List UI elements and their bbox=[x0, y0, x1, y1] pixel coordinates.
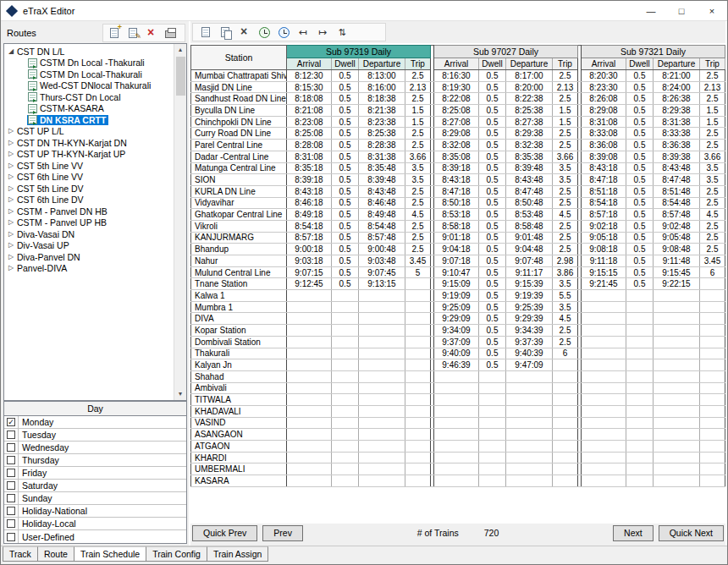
time-cell[interactable] bbox=[700, 325, 725, 337]
time-cell[interactable]: 8:15:30 bbox=[287, 81, 332, 93]
time-cell[interactable] bbox=[287, 348, 332, 359]
time-cell[interactable]: 8:29:08 bbox=[582, 105, 626, 117]
time-cell[interactable]: 8:22:38 bbox=[506, 93, 553, 105]
time-cell[interactable]: 0.5 bbox=[332, 81, 359, 93]
time-cell[interactable] bbox=[626, 336, 654, 348]
time-cell[interactable] bbox=[332, 301, 359, 313]
time-cell[interactable]: 2.5 bbox=[405, 93, 431, 105]
time-cell[interactable]: 3.66 bbox=[405, 151, 431, 162]
time-cell[interactable]: 6 bbox=[553, 348, 578, 359]
checkbox[interactable] bbox=[7, 533, 15, 541]
time-cell[interactable] bbox=[359, 370, 405, 382]
time-cell[interactable]: 9:25:39 bbox=[506, 301, 553, 313]
time-cell[interactable]: 9:37:39 bbox=[506, 336, 553, 348]
tree-item[interactable]: ▷Div-Vasai UP bbox=[4, 240, 174, 252]
time-cell[interactable]: 2.5 bbox=[405, 232, 431, 244]
expand-icon[interactable]: ▷ bbox=[6, 184, 16, 194]
time-cell[interactable] bbox=[582, 464, 626, 475]
expand-icon[interactable]: ▷ bbox=[6, 195, 16, 205]
time-cell[interactable] bbox=[700, 429, 725, 441]
time-cell[interactable] bbox=[582, 348, 626, 359]
time-cell[interactable]: 2.98 bbox=[553, 255, 578, 267]
time-cell[interactable]: 0.5 bbox=[479, 278, 506, 290]
time-cell[interactable]: 9:07:48 bbox=[506, 255, 553, 267]
time-cell[interactable]: 8:43:18 bbox=[582, 162, 626, 174]
time-cell[interactable] bbox=[405, 382, 431, 394]
time-cell[interactable]: 3.5 bbox=[553, 162, 578, 174]
tree-item[interactable]: CSTM-KASARA bbox=[4, 103, 174, 115]
scroll-up-icon[interactable]: ▴ bbox=[179, 44, 182, 56]
time-cell[interactable] bbox=[654, 441, 700, 453]
time-cell[interactable] bbox=[332, 429, 359, 441]
time-cell[interactable]: 8:32:38 bbox=[506, 140, 553, 151]
time-cell[interactable]: 0.5 bbox=[626, 93, 654, 105]
tree-item[interactable]: ▷CST DN TH-KYN-Karjat DN bbox=[4, 137, 174, 149]
time-cell[interactable]: 8:31:38 bbox=[654, 116, 700, 128]
time-cell[interactable]: 3.66 bbox=[700, 151, 725, 162]
time-cell[interactable]: 0.5 bbox=[626, 278, 654, 290]
time-cell[interactable]: 9:29:09 bbox=[434, 313, 479, 325]
time-cell[interactable] bbox=[626, 417, 654, 429]
time-cell[interactable] bbox=[700, 405, 725, 417]
time-cell[interactable]: 8:50:18 bbox=[434, 197, 479, 209]
time-cell[interactable] bbox=[405, 370, 431, 382]
time-cell[interactable]: 1.5 bbox=[405, 105, 431, 117]
time-cell[interactable]: 2.5 bbox=[700, 93, 725, 105]
time-cell[interactable]: 1.5 bbox=[700, 105, 725, 117]
time-cell[interactable] bbox=[434, 429, 479, 441]
time-cell[interactable] bbox=[405, 278, 431, 290]
time-cell[interactable] bbox=[654, 370, 700, 382]
time-cell[interactable]: 8:24:00 bbox=[654, 81, 700, 93]
time-cell[interactable] bbox=[654, 417, 700, 429]
time-cell[interactable]: 0.5 bbox=[332, 255, 359, 267]
time-cell[interactable] bbox=[434, 370, 479, 382]
time-cell[interactable]: 0.5 bbox=[332, 162, 359, 174]
time-cell[interactable]: 9:12:45 bbox=[287, 278, 332, 290]
time-cell[interactable] bbox=[405, 301, 431, 313]
time-cell[interactable] bbox=[332, 405, 359, 417]
minimize-button[interactable]: — bbox=[636, 1, 666, 20]
delete-route-button[interactable] bbox=[142, 25, 161, 41]
time-cell[interactable] bbox=[359, 348, 405, 359]
time-cell[interactable] bbox=[287, 290, 332, 302]
time-cell[interactable]: 8:47:18 bbox=[582, 174, 626, 186]
time-cell[interactable]: 8:18:38 bbox=[359, 93, 405, 105]
time-cell[interactable]: 0.5 bbox=[626, 185, 654, 197]
time-cell[interactable] bbox=[332, 464, 359, 475]
time-cell[interactable] bbox=[479, 405, 506, 417]
time-cell[interactable]: 3.86 bbox=[553, 266, 578, 278]
time-cell[interactable] bbox=[654, 325, 700, 337]
time-cell[interactable] bbox=[359, 429, 405, 441]
time-cell[interactable]: 0.5 bbox=[479, 359, 506, 371]
time-cell[interactable]: 3.5 bbox=[700, 174, 725, 186]
time-cell[interactable] bbox=[332, 370, 359, 382]
time-cell[interactable] bbox=[359, 290, 405, 302]
time-cell[interactable] bbox=[332, 394, 359, 406]
time-cell[interactable] bbox=[654, 405, 700, 417]
time-cell[interactable]: 8:29:38 bbox=[654, 105, 700, 117]
time-cell[interactable]: 8:54:48 bbox=[359, 220, 405, 232]
time-cell[interactable] bbox=[332, 441, 359, 453]
time-cell[interactable] bbox=[654, 359, 700, 371]
time-cell[interactable]: 8:36:38 bbox=[654, 140, 700, 151]
time-cell[interactable] bbox=[479, 370, 506, 382]
tree-item[interactable]: ▷CST 5th Line DV bbox=[4, 183, 174, 195]
time-cell[interactable] bbox=[332, 359, 359, 371]
time-cell[interactable] bbox=[359, 325, 405, 337]
time-cell[interactable]: 1.5 bbox=[700, 116, 725, 128]
time-cell[interactable]: 0.5 bbox=[626, 209, 654, 221]
expand-icon[interactable]: ▷ bbox=[6, 161, 16, 171]
time-cell[interactable]: 9:40:09 bbox=[434, 348, 479, 359]
time-cell[interactable] bbox=[582, 441, 626, 453]
time-cell[interactable] bbox=[506, 405, 553, 417]
time-cell[interactable]: 9:34:39 bbox=[506, 325, 553, 337]
time-cell[interactable]: 8:28:08 bbox=[287, 140, 332, 151]
time-cell[interactable] bbox=[700, 359, 725, 371]
time-cell[interactable] bbox=[626, 370, 654, 382]
time-cell[interactable]: 0.5 bbox=[479, 255, 506, 267]
time-cell[interactable]: 8:27:08 bbox=[434, 116, 479, 128]
expand-icon[interactable]: ▷ bbox=[6, 240, 16, 250]
time-cell[interactable]: 0.5 bbox=[626, 197, 654, 209]
time-cell[interactable] bbox=[405, 336, 431, 348]
time-cell[interactable]: 8:29:08 bbox=[434, 128, 479, 140]
